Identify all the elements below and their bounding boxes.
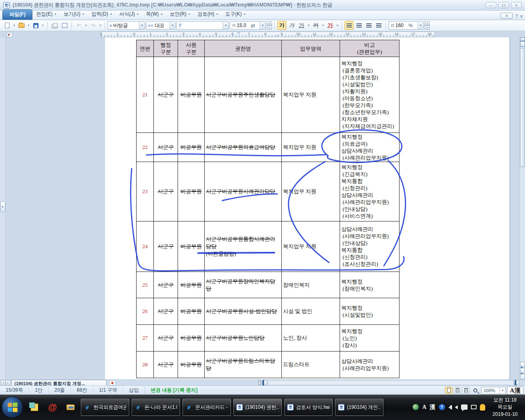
close-button[interactable]: ✕	[511, 2, 522, 8]
ime-hanja-indicator[interactable]: 漢	[430, 404, 436, 411]
taskbar-button-hwp-3[interactable]: 호 (190104) 개인...	[335, 399, 383, 416]
hwp-icon: 호	[236, 404, 243, 411]
font-size-spinner[interactable]: 갸 15.0 pt ▾	[230, 21, 266, 30]
tab-scroll-left-button[interactable]: ◂	[1, 380, 5, 385]
status-insert-mode[interactable]: 삽입	[123, 387, 145, 394]
bold-button[interactable]: 가	[277, 21, 286, 30]
first-line-indent-marker[interactable]	[237, 32, 241, 35]
align-center-button[interactable]	[364, 21, 373, 30]
horizontal-ruler[interactable]: 210123456789101112131415161718	[101, 32, 435, 37]
chevron-down-icon[interactable]: ▾	[223, 22, 228, 29]
horizontal-scrollbar[interactable]	[268, 380, 514, 385]
chevron-down-icon[interactable]: ▾	[500, 387, 505, 394]
chevron-down-icon[interactable]: ▾	[98, 24, 102, 27]
horizontal-split-handle[interactable]	[258, 380, 261, 385]
taskbar-button-ie-1[interactable]: e 한국의료급여관...	[81, 399, 129, 416]
quicklaunch-mail[interactable]: @	[47, 402, 58, 413]
restore-button[interactable]	[498, 2, 509, 8]
chevron-down-icon[interactable]: ▾	[84, 24, 88, 27]
split-view-handle[interactable]	[520, 37, 525, 41]
vertical-scrollbar[interactable]	[519, 37, 525, 379]
font-size-stepper[interactable]: ▲▼	[267, 21, 272, 30]
network-icon[interactable]	[471, 405, 477, 409]
chevron-down-icon[interactable]: ▾	[169, 22, 175, 29]
line-spacing-spinner[interactable]: 간 160 % ▾	[388, 21, 424, 30]
status-track-changes[interactable]: 변경 내용 [기록 중지]	[145, 387, 203, 394]
chevron-down-icon[interactable]: ▾	[321, 24, 325, 27]
volume-icon[interactable]	[455, 405, 458, 409]
menu-security[interactable]: 보안(R)▾	[166, 9, 194, 20]
char-style-combo[interactable]: A가 대표▾	[146, 21, 176, 30]
new-tab-button[interactable]: ✱	[109, 380, 116, 386]
print-button[interactable]	[50, 21, 59, 30]
chevron-down-icon[interactable]: ▾	[260, 22, 265, 29]
new-document-button[interactable]	[2, 21, 11, 30]
quicklaunch-explorer[interactable]	[65, 402, 76, 413]
document-page[interactable]: 연번 행정 구분 사원 구분 권한명 업무영역 비고 (관련업무) 21 시군구…	[105, 37, 509, 379]
view-page-mode-button[interactable]	[445, 387, 452, 394]
document-tab[interactable]: (190104) 권한관리 통합지침 개정...	[11, 380, 107, 386]
underline-button[interactable]: 가	[297, 21, 306, 30]
sidebar-expand-handle[interactable]: ▸	[0, 201, 5, 212]
ribbon-fold-button[interactable]: ∧	[500, 13, 513, 19]
chevron-down-icon[interactable]: ▾	[27, 24, 30, 27]
taskbar-button-hwp-active[interactable]: 호 (190104) 권한...	[233, 399, 282, 416]
align-right-button[interactable]	[374, 21, 383, 30]
align-left-button[interactable]	[354, 21, 363, 30]
chevron-down-icon[interactable]: ▾	[139, 22, 145, 29]
italic-button[interactable]: 가	[287, 21, 296, 30]
chevron-down-icon[interactable]: ▾	[41, 24, 45, 27]
vertical-scroll-thumb[interactable]	[520, 48, 525, 167]
start-button[interactable]	[2, 397, 23, 418]
strikethrough-button[interactable]: 가	[311, 21, 320, 30]
menu-edit[interactable]: 편집(E)▾	[32, 9, 60, 20]
menu-tools[interactable]: 도구(K)▾	[221, 9, 249, 20]
redo-icon: ↷	[91, 23, 96, 29]
minimize-button[interactable]: —	[486, 2, 496, 8]
scroll-down-button[interactable]	[520, 374, 525, 379]
view-fit-width-button[interactable]	[454, 387, 461, 394]
taskbar-clock[interactable]: 오전 11:18 목요일 2019-01-10	[488, 397, 522, 418]
help-button[interactable]: ?	[515, 14, 518, 18]
security-agent-icon[interactable]	[480, 404, 485, 411]
hwp-icon: 호	[338, 404, 345, 411]
menu-page[interactable]: 쪽(W)▾	[142, 9, 166, 20]
open-button[interactable]	[17, 21, 26, 30]
chevron-down-icon[interactable]: ▾	[336, 24, 339, 27]
taskbar-button-hwp-2[interactable]: 호 검토서 양식.hw...	[284, 399, 333, 416]
chevron-down-icon[interactable]: ▾	[307, 24, 310, 27]
font-color-button[interactable]: 가	[326, 21, 335, 30]
language-indicator[interactable]: A漢	[507, 386, 523, 395]
line-spacing-stepper[interactable]: ▲▼	[425, 21, 430, 30]
messenger-icon[interactable]	[461, 404, 468, 410]
view-fit-page-button[interactable]	[462, 387, 470, 394]
paragraph-style-combo[interactable]: ≡ 바탕글▾	[107, 21, 145, 30]
preview-button[interactable]	[60, 21, 69, 30]
chevron-down-icon[interactable]: ▾	[418, 22, 423, 29]
chevron-down-icon[interactable]: ▾	[12, 24, 16, 27]
quicklaunch-notes[interactable]	[29, 402, 40, 413]
menu-format[interactable]: 서식(J)▾	[116, 9, 142, 20]
menu-view[interactable]: 보기(U)▾	[60, 9, 88, 20]
ime-globe-icon[interactable]	[413, 404, 419, 410]
menu-file[interactable]: 파일(F)	[2, 9, 32, 20]
align-justify-button[interactable]	[345, 21, 354, 30]
ime-help-icon[interactable]: ?	[439, 404, 445, 410]
hscroll-right-button[interactable]	[514, 380, 519, 385]
menu-review[interactable]: 검토(H)▾	[194, 9, 222, 20]
zoom-level-combo[interactable]: 100% ▾	[481, 387, 506, 394]
taskbar-button-ie-2[interactable]: e 온-나라 문서1.0...	[132, 399, 180, 416]
ime-language-indicator[interactable]: A	[422, 404, 426, 411]
menubar-close-button[interactable]: x	[520, 14, 523, 18]
redo-button[interactable]: ↷	[89, 21, 98, 30]
taskbar-button-ie-3[interactable]: e 문서관리카드 - ...	[183, 399, 231, 416]
menu-input[interactable]: 입력(D)▾	[88, 9, 116, 20]
save-button[interactable]	[31, 21, 40, 30]
magnifier-icon[interactable]	[473, 388, 477, 393]
tab-scroll-right-button[interactable]: ▸	[6, 380, 10, 385]
undo-button[interactable]: ↶	[74, 21, 83, 30]
scroll-up-button[interactable]	[520, 41, 525, 47]
hscroll-left-button[interactable]	[262, 380, 267, 385]
font-combo[interactable]: T ▾	[176, 21, 229, 30]
ruler-options-button[interactable]	[7, 32, 13, 37]
